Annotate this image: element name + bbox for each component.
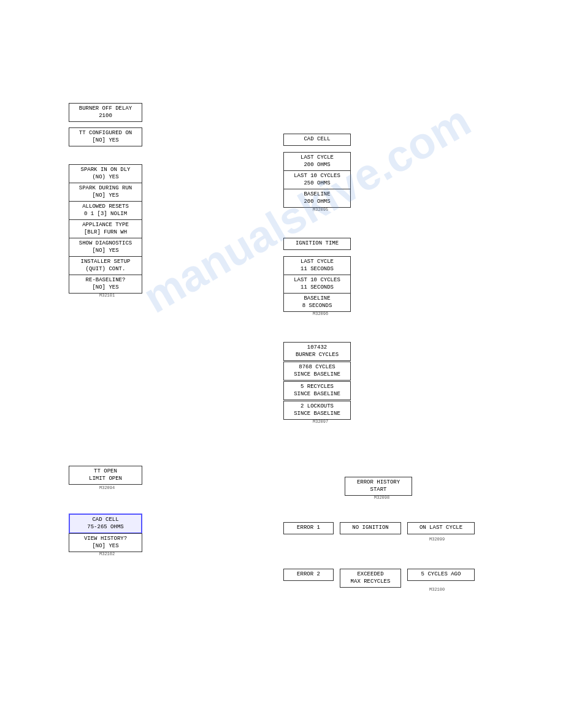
- burner-off-delay-box: BURNER OFF DELAY 2100: [69, 103, 142, 122]
- tt-configured-line2: [NO] YES: [92, 137, 118, 143]
- lockouts-since-baseline-line1: 2 LOCKOUTS: [301, 403, 334, 409]
- burner-off-delay-line2: 2100: [99, 113, 112, 119]
- show-diagnostics-box: SHOW DIAGNOSTICS [NO] YES: [69, 238, 142, 257]
- tt-limit-open-line1: TT OPEN: [94, 468, 117, 474]
- allowed-resets-line1: ALLOWED RESETS: [82, 203, 129, 210]
- recycles-since-baseline-box: 5 RECYCLES SINCE BASELINE: [283, 381, 351, 400]
- on-last-cycle-text: ON LAST CYCLE: [419, 525, 462, 531]
- cycles-since-baseline-line2: SINCE BASELINE: [294, 371, 340, 377]
- appliance-type-line1: APPLIANCE TYPE: [82, 222, 129, 228]
- figure-m32102: M32102: [99, 552, 115, 556]
- baseline-ign-line2: 8 SECONDS: [302, 303, 332, 309]
- lockouts-since-baseline-box: 2 LOCKOUTS SINCE BASELINE: [283, 401, 351, 420]
- spark-during-run-line1: SPARK DURING RUN: [79, 185, 132, 191]
- figure-m32100: M32100: [429, 587, 445, 592]
- figure-m32099: M32099: [429, 537, 445, 542]
- error-history-start-line1: ERROR HISTORY: [357, 479, 400, 485]
- show-diagnostics-line2: [NO] YES: [92, 248, 118, 254]
- appliance-type-line2: [BLR] FURN WH: [84, 229, 127, 235]
- view-history-line2: [NO] YES: [92, 543, 118, 549]
- 5-cycles-ago-text: 5 CYCLES AGO: [421, 571, 461, 577]
- spark-in-on-dly-line2: (NO) YES: [92, 174, 118, 180]
- ignition-time-title-box: IGNITION TIME: [283, 238, 351, 250]
- last-10-cycles-ign-line2: 11 SECONDS: [301, 284, 334, 290]
- spark-in-on-dly-line1: SPARK IN ON DLY: [80, 167, 130, 173]
- cad-cell-75-line2: 75-265 OHMS: [87, 524, 123, 530]
- tt-limit-open-box: TT OPEN LIMIT OPEN: [69, 466, 142, 485]
- last-cycle-ign-line1: LAST CYCLE: [301, 259, 334, 265]
- last-10-cycles-ign-box: LAST 10 CYCLES 11 SECONDS: [283, 275, 351, 294]
- cycles-since-baseline-line1: 8768 CYCLES: [299, 364, 335, 370]
- last-10-cycles-box: LAST 10 CYCLES 250 OHMS: [283, 170, 351, 189]
- figure-m32097: M32097: [313, 419, 328, 424]
- no-ignition-text: NO IGNITION: [352, 525, 388, 531]
- error-1-box: ERROR 1: [283, 522, 334, 534]
- spark-in-on-dly-box: SPARK IN ON DLY (NO) YES: [69, 164, 142, 183]
- last-cycle-box: LAST CYCLE 200 OHMS: [283, 152, 351, 171]
- burner-cycles-line1: 107432: [307, 344, 327, 351]
- baseline-ign-line1: BASELINE: [304, 295, 330, 301]
- last-10-cycles-line1: LAST 10 CYCLES: [294, 173, 340, 179]
- view-history-line1: VIEW HISTORY?: [84, 536, 127, 542]
- on-last-cycle-box: ON LAST CYCLE: [407, 522, 475, 534]
- lockouts-since-baseline-line2: SINCE BASELINE: [294, 411, 340, 417]
- spark-during-run-line2: [NO] YES: [92, 192, 118, 199]
- 5-cycles-ago-box: 5 CYCLES AGO: [407, 569, 475, 581]
- no-ignition-box: NO IGNITION: [340, 522, 401, 534]
- allowed-resets-box: ALLOWED RESETS 0 1 [3] NOLIM: [69, 201, 142, 220]
- last-cycle-ign-line2: 11 SECONDS: [301, 266, 334, 272]
- figure-m32101: M32101: [99, 293, 115, 298]
- error-history-start-box: ERROR HISTORY START: [345, 477, 412, 496]
- tt-limit-open-line2: LIMIT OPEN: [89, 476, 122, 482]
- ignition-time-title-text: IGNITION TIME: [296, 240, 339, 246]
- exceeded-max-recycles-line1: EXCEEDED: [357, 571, 383, 577]
- cycles-since-baseline-box: 8768 CYCLES SINCE BASELINE: [283, 362, 351, 381]
- burner-cycles-box: 107432 BURNER CYCLES: [283, 342, 351, 361]
- recycles-since-baseline-line2: SINCE BASELINE: [294, 391, 340, 397]
- cad-cell-title-box: CAD CELL: [283, 134, 351, 146]
- baseline-line1: BASELINE: [304, 191, 330, 197]
- burner-cycles-line2: BURNER CYCLES: [296, 352, 339, 358]
- baseline-line2: 200 OHMS: [304, 199, 330, 205]
- figure-m32096: M32096: [313, 311, 328, 316]
- tt-configured-line1: TT CONFIGURED ON: [79, 130, 132, 136]
- error-2-box: ERROR 2: [283, 569, 334, 581]
- last-cycle-ign-box: LAST CYCLE 11 SECONDS: [283, 256, 351, 275]
- last-10-cycles-ign-line1: LAST 10 CYCLES: [294, 277, 340, 283]
- last-10-cycles-line2: 250 OHMS: [304, 180, 330, 186]
- tt-configured-box: TT CONFIGURED ON [NO] YES: [69, 127, 142, 146]
- allowed-resets-line2: 0 1 [3] NOLIM: [84, 211, 127, 217]
- figure-m32098: M32098: [374, 495, 389, 500]
- re-baseline-line2: [NO] YES: [92, 284, 118, 290]
- baseline-ign-box: BASELINE 8 SECONDS: [283, 293, 351, 312]
- re-baseline-box: RE-BASELINE? [NO] YES: [69, 275, 142, 294]
- error-1-text: ERROR 1: [297, 525, 320, 531]
- cad-cell-title-text: CAD CELL: [304, 136, 330, 142]
- figure-m32095: M32095: [313, 207, 328, 212]
- appliance-type-box: APPLIANCE TYPE [BLR] FURN WH: [69, 219, 142, 238]
- recycles-since-baseline-line1: 5 RECYCLES: [301, 384, 334, 390]
- cad-cell-75-box: CAD CELL 75-265 OHMS: [69, 514, 142, 534]
- installer-setup-line1: INSTALLER SETUP: [80, 259, 130, 265]
- last-cycle-line1: LAST CYCLE: [301, 154, 334, 161]
- cad-cell-75-line1: CAD CELL: [92, 517, 118, 523]
- installer-setup-line2: (QUIT) CONT.: [86, 266, 126, 272]
- baseline-box: BASELINE 200 OHMS: [283, 189, 351, 208]
- re-baseline-line1: RE-BASELINE?: [86, 277, 126, 283]
- burner-off-delay-line1: BURNER OFF DELAY: [79, 105, 132, 112]
- error-history-start-line2: START: [370, 487, 386, 493]
- exceeded-max-recycles-box: EXCEEDED MAX RECYCLES: [340, 569, 401, 588]
- show-diagnostics-line1: SHOW DIAGNOSTICS: [79, 240, 132, 246]
- view-history-box: VIEW HISTORY? [NO] YES: [69, 533, 142, 552]
- installer-setup-box: INSTALLER SETUP (QUIT) CONT.: [69, 256, 142, 275]
- spark-during-run-box: SPARK DURING RUN [NO] YES: [69, 183, 142, 202]
- last-cycle-line2: 200 OHMS: [304, 162, 330, 168]
- error-2-text: ERROR 2: [297, 571, 320, 577]
- exceeded-max-recycles-line2: MAX RECYCLES: [351, 578, 391, 585]
- figure-m32094: M32094: [99, 485, 115, 490]
